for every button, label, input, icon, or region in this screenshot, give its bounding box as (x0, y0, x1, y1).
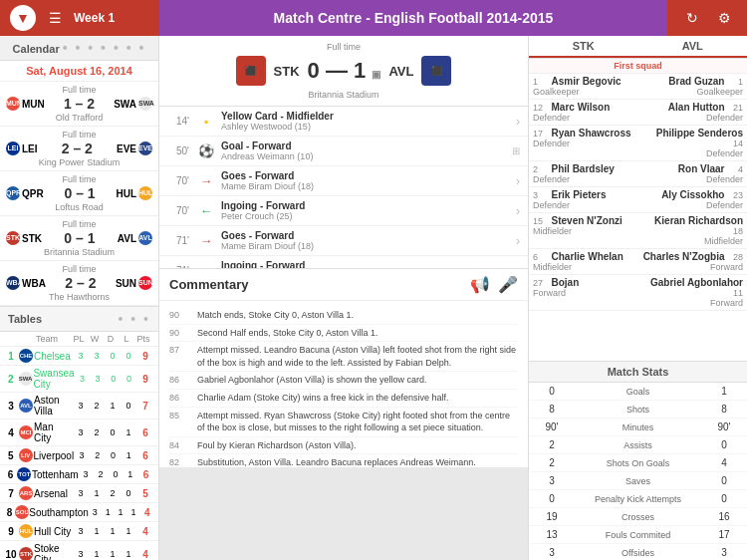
chevron-right-icon: › (516, 115, 520, 129)
table-row[interactable]: 9 HUL Hull City 3 1 1 1 4 (0, 522, 158, 541)
squad-row: 2 Phil Bardsley Defender Ron Vlaar 4 Def… (529, 161, 747, 187)
event-player: Ashley Westwood (15) (221, 122, 516, 132)
stk-player-pos: Midfielder (533, 226, 638, 236)
event-row[interactable]: 71' → Goes - Forward Mame Biram Diouf (1… (159, 226, 528, 256)
match-status: Full time (165, 42, 522, 52)
table-row[interactable]: 3 AVL Aston Villa 3 2 1 0 7 (0, 393, 158, 420)
stat-right-value: 4 (709, 457, 739, 468)
calendar-date: Sat, August 16, 2014 (0, 61, 158, 82)
stat-right-value: 0 (709, 439, 739, 450)
team-badge: CHE (19, 349, 33, 363)
stk-player-name: Steven N'Zonzi (552, 215, 622, 226)
commentary-header: Commentary 📢 🎤 (159, 269, 528, 301)
squad-row: 17 Ryan Shawcross Defender Philippe Send… (529, 126, 747, 161)
squad-sub-header: First squad (529, 59, 747, 74)
commentary-minute: 90 (169, 327, 191, 340)
table-column-headers: Team PL W D L Pts (0, 332, 158, 347)
commentary-text: Match ends, Stoke City 0, Aston Villa 1. (197, 309, 518, 322)
stat-left-value: 8 (537, 404, 567, 415)
stat-row: 0 Goals 1 (529, 383, 747, 401)
chevron-right-icon: › (516, 234, 520, 248)
stat-row: 90' Minutes 90' (529, 419, 747, 436)
team-badge: AVL (19, 399, 33, 413)
commentary-minute: 85 (169, 410, 191, 434)
table-row[interactable]: 5 LIV Liverpool 3 2 0 1 6 (0, 446, 158, 465)
avl-player-name: Alan Hutton (668, 102, 725, 113)
event-row[interactable]: 14' ▪ Yellow Card - Midfielder Ashley We… (159, 107, 528, 137)
refresh-icon[interactable]: ↻ (679, 5, 705, 31)
stat-left-value: 0 (537, 386, 567, 397)
header-title: Match Centre - English Football 2014-201… (159, 0, 667, 36)
stat-right-value: 3 (709, 547, 739, 558)
table-row[interactable]: 2 SWA Swansea City 3 3 0 0 9 (0, 366, 158, 393)
avl-player-name: Gabriel Agbonlahor (650, 277, 743, 288)
commentary-text: Second Half ends, Stoke City 0, Aston Vi… (197, 327, 518, 340)
table-row[interactable]: 4 MCI Man City 3 2 0 1 6 (0, 420, 158, 446)
event-row[interactable]: 71' ← Ingoing - Forward Peter Crouch (25… (159, 256, 528, 268)
stk-header: STK (529, 36, 638, 58)
table-row[interactable]: 1 CHE Chelsea 3 3 0 0 9 (0, 347, 158, 366)
table-row[interactable]: 7 ARS Arsenal 3 1 2 0 5 (0, 484, 158, 503)
chevron-right-icon: › (516, 204, 520, 218)
avl-player-pos: Defender (638, 113, 744, 123)
match-item[interactable]: Full time LEI LEI 2 – 2 EVE EVE King Pow… (0, 127, 158, 171)
commentary-icons: 📢 🎤 (470, 275, 518, 294)
commentary-minute: 86 (169, 392, 191, 405)
commentary-text: Gabriel Agbonlahor (Aston Villa) is show… (197, 374, 518, 387)
event-row[interactable]: 70' → Goes - Forward Mame Biram Diouf (1… (159, 166, 528, 196)
home-team-name: STK (274, 64, 300, 79)
commentary-minute: 82 (169, 456, 191, 467)
stat-left-value: 19 (537, 511, 567, 522)
stk-player-name: Bojan (552, 277, 580, 288)
stat-row: 3 Saves 0 (529, 472, 747, 490)
event-row[interactable]: 70' ← Ingoing - Forward Peter Crouch (25… (159, 196, 528, 226)
stat-left-value: 2 (537, 439, 567, 450)
stat-right-value: 17 (709, 529, 739, 540)
expand-icon: ⊞ (512, 145, 520, 156)
event-minute: 71' (167, 235, 195, 246)
event-row[interactable]: 50' ⚽ Goal - Forward Andreas Weimann (10… (159, 137, 528, 166)
stk-player-name: Phil Bardsley (552, 163, 615, 174)
event-player: Mame Biram Diouf (18) (221, 241, 516, 251)
match-item[interactable]: Full time MUN MUN 1 – 2 SWA SWA Old Traf… (0, 82, 158, 127)
stk-player-pos: Defender (533, 174, 638, 184)
event-minute: 70' (167, 175, 195, 186)
squads-section: STK AVL First squad 1 Asmir Begovic Goal… (529, 36, 747, 361)
menu-icon[interactable]: ☰ (42, 5, 68, 31)
stat-row: 13 Fouls Commited 17 (529, 526, 747, 544)
stat-left-value: 3 (537, 475, 567, 486)
stat-left-value: 3 (537, 547, 567, 558)
stat-row: 3 Offsides 3 (529, 544, 747, 560)
stat-right-value: 16 (709, 511, 739, 522)
stk-player-name: Erik Pieters (552, 189, 607, 200)
stat-label: Shots (567, 405, 709, 415)
event-type: Goes - Forward (221, 170, 516, 181)
calendar-section: Calendar • • • • • • • Sat, August 16, 2… (0, 36, 158, 307)
stat-right-value: 1 (709, 386, 739, 397)
event-icon: → (195, 173, 217, 188)
table-row[interactable]: 6 TOT Tottenham 3 2 0 1 6 (0, 465, 158, 484)
tables-title: Tables (8, 313, 42, 325)
middle-column: Full time ⬛ STK 0 — 1 ▣ AVL ⬛ Britannia … (159, 36, 528, 560)
table-row[interactable]: 10 STK Stoke City 3 1 1 1 4 (0, 541, 158, 560)
avl-player-pos: Midfielder (638, 236, 744, 246)
stk-player-pos: Midfielder (533, 262, 638, 272)
stat-label: Offsides (567, 548, 709, 558)
match-item[interactable]: Full time QPR QPR 0 – 1 HUL HUL Loftus R… (0, 171, 158, 216)
commentary-row: 87 Attempt missed. Leandro Bacuna (Aston… (169, 342, 518, 372)
home-badge: MUN (6, 97, 20, 111)
filter-icon[interactable]: ▼ (10, 5, 36, 31)
avl-player-name: Kieran Richardson (654, 215, 743, 226)
match-item[interactable]: Full time WBA WBA 2 – 2 SUN SUN The Hawt… (0, 261, 158, 306)
stk-player-name: Ryan Shawcross (552, 128, 631, 139)
squad-row: 3 Erik Pieters Defender Aly Cissokho 23 … (529, 187, 747, 213)
settings-icon[interactable]: ⚙ (711, 5, 737, 31)
stat-label: Penalty Kick Attempts (567, 494, 709, 504)
squad-row: 12 Marc Wilson Defender Alan Hutton 21 D… (529, 100, 747, 126)
match-score: 0 — 1 ▣ (308, 58, 381, 84)
stat-row: 8 Shots 8 (529, 401, 747, 419)
squad-row: 15 Steven N'Zonzi Midfielder Kieran Rich… (529, 213, 747, 249)
avl-player-name: Ron Vlaar (678, 163, 725, 174)
match-item[interactable]: Full time STK STK 0 – 1 AVL AVL Britanni… (0, 216, 158, 261)
table-row[interactable]: 8 SOU Southampton 3 1 1 1 4 (0, 503, 158, 522)
